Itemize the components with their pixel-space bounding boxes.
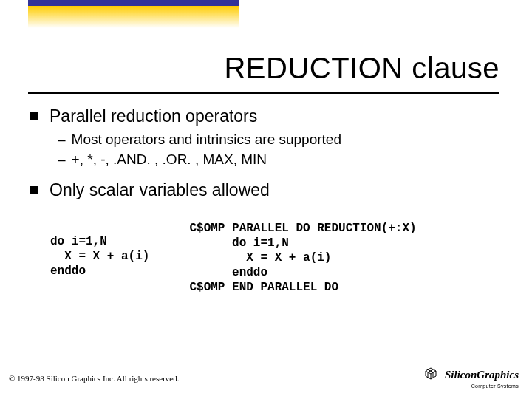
- bullet-level2: – Most operators and intrinsics are supp…: [58, 131, 502, 149]
- bullet-text: Most operators and intrinsics are suppor…: [72, 131, 341, 149]
- code-block-serial: do i=1,N X = X + a(i) enddo: [50, 234, 149, 295]
- bullet-level2: – +, *, -, .AND. , .OR. , MAX, MIN: [58, 151, 502, 169]
- slide-body: Parallel reduction operators – Most oper…: [30, 103, 502, 295]
- bullet-text: +, *, -, .AND. , .OR. , MAX, MIN: [72, 151, 267, 169]
- logo-brand-text: SiliconGraphics: [445, 369, 519, 381]
- bullet-level1: Only scalar variables allowed: [30, 180, 502, 200]
- square-bullet-icon: [30, 112, 38, 120]
- bullet-text: Parallel reduction operators: [50, 106, 257, 126]
- code-comparison: do i=1,N X = X + a(i) enddo C$OMP PARALL…: [50, 221, 502, 295]
- dash-bullet-icon: –: [58, 151, 66, 169]
- slide-title: REDUCTION clause: [224, 52, 499, 85]
- dash-bullet-icon: –: [58, 131, 66, 149]
- bullet-level1: Parallel reduction operators: [30, 106, 502, 126]
- code-block-parallel: C$OMP PARALLEL DO REDUCTION(+:X) do i=1,…: [189, 221, 416, 295]
- accent-bar-yellow: [28, 6, 239, 28]
- logo-subtitle: Computer Systems: [423, 383, 519, 389]
- copyright-text: © 1997-98 Silicon Graphics Inc. All righ…: [9, 374, 179, 383]
- sgi-cube-icon: [423, 365, 439, 384]
- sgi-logo: SiliconGraphics Computer Systems: [423, 365, 519, 389]
- footer-divider: [9, 366, 414, 366]
- bullet-text: Only scalar variables allowed: [50, 180, 270, 200]
- accent-bar-blue: [28, 0, 239, 6]
- square-bullet-icon: [30, 186, 38, 194]
- title-underline: [28, 92, 499, 94]
